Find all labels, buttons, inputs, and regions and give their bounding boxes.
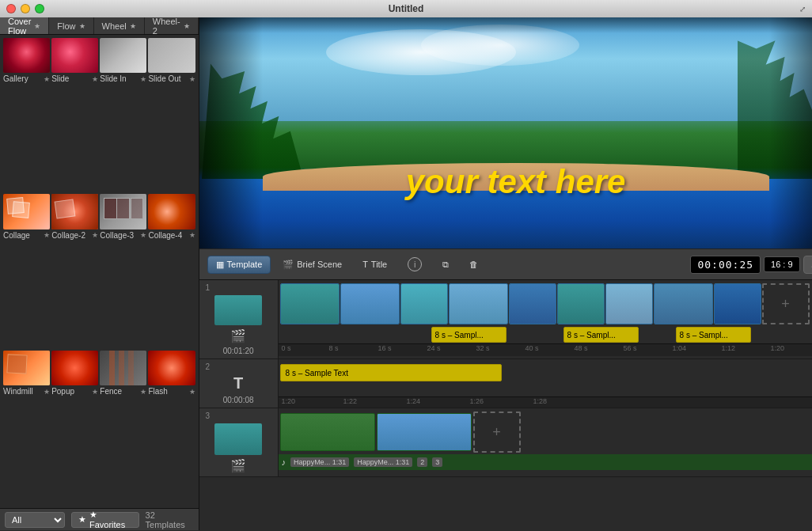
text-clip-2[interactable]: 8 s – Sampl...	[563, 327, 639, 343]
minimize-button[interactable]	[21, 4, 30, 13]
brief-scene-icon: 🎬	[283, 260, 294, 270]
star-slide-in[interactable]: ★	[140, 75, 146, 83]
aspect-ratio-button[interactable]: 16 : 9	[764, 256, 800, 272]
star-windmill[interactable]: ★	[44, 388, 50, 396]
tab-wheel2-label: Wheel-2	[153, 17, 180, 36]
star-collage3[interactable]: ★	[140, 231, 146, 239]
label-windmill: Windmill ★	[3, 385, 50, 397]
template-collage[interactable]: Collage ★	[3, 194, 50, 348]
music-note-icon: ♪	[282, 457, 286, 467]
template-collage2[interactable]: Collage-2 ★	[51, 194, 98, 348]
templates-count: 32 Templates	[146, 510, 194, 529]
expand-icon[interactable]: ⤢	[799, 5, 806, 13]
ruler-mark: 1:22	[343, 397, 407, 408]
filter-bar: All Favorites Recent ★ ★ Favorites 32 Te…	[0, 508, 199, 530]
label-collage2: Collage-2 ★	[51, 229, 98, 241]
ruler-mark: 1:12	[722, 344, 771, 356]
tab-wheel[interactable]: Wheel ★	[94, 17, 145, 34]
track-3-thumb	[214, 423, 262, 455]
tab-cover-flow[interactable]: Cover Flow ★	[0, 17, 49, 34]
thumb-popup	[51, 351, 98, 385]
maximize-button[interactable]	[35, 4, 44, 13]
ruler-mark: 40 s	[526, 344, 575, 356]
template-slide[interactable]: Slide ★	[51, 38, 98, 192]
export-button[interactable]: ↗	[803, 256, 812, 274]
star-fence[interactable]: ★	[140, 388, 146, 396]
video-clip[interactable]	[509, 283, 556, 324]
text-clip-3[interactable]: 8 s – Sampl...	[676, 327, 751, 343]
video-clip[interactable]	[340, 283, 400, 324]
track-1-header: 1 🎬 00:01:20	[199, 280, 279, 358]
label-collage3: Collage-3 ★	[100, 229, 146, 241]
star-collage[interactable]: ★	[44, 231, 50, 239]
tab-star-icon: ★	[34, 22, 40, 30]
duplicate-button[interactable]: ⧉	[434, 256, 457, 274]
star-popup[interactable]: ★	[92, 388, 98, 396]
track-2-number: 2	[203, 362, 211, 371]
preview-image	[199, 17, 812, 248]
music-clip-1[interactable]	[280, 413, 375, 451]
close-button[interactable]	[6, 4, 16, 13]
ruler-mark: 48 s	[575, 344, 624, 356]
label-slide: Slide ★	[51, 73, 98, 85]
template-slide-out[interactable]: Slide Out ★	[148, 38, 195, 192]
video-clip[interactable]	[400, 283, 448, 324]
star-gallery[interactable]: ★	[44, 75, 50, 83]
template-button[interactable]: ▦ Template	[207, 256, 271, 274]
star-collage2[interactable]: ★	[92, 231, 98, 239]
video-clip[interactable]	[714, 283, 761, 324]
star-collage4[interactable]: ★	[189, 231, 195, 239]
add-music-button[interactable]: +	[473, 412, 521, 453]
thumb-flash	[148, 351, 195, 385]
template-flash[interactable]: Flash ★	[148, 351, 195, 505]
track-2-header: 2 T 00:00:08	[199, 359, 279, 408]
label-collage: Collage ★	[3, 229, 50, 241]
long-text-clip[interactable]: 8 s – Sample Text	[280, 364, 502, 381]
text-clip-1[interactable]: 8 s – Sampl...	[431, 327, 507, 343]
brief-scene-button[interactable]: 🎬 Brief Scene	[274, 256, 351, 274]
template-popup[interactable]: Popup ★	[51, 351, 98, 505]
video-clip[interactable]	[280, 283, 340, 324]
video-track-icon: 🎬	[230, 328, 246, 343]
title-bar: Untitled ⤢	[0, 0, 812, 17]
toolbar: ▦ Template 🎬 Brief Scene T Title i ⧉ 🗑 0…	[199, 248, 812, 280]
tab-wheel2[interactable]: Wheel-2 ★	[145, 17, 199, 34]
preview-left-vignette	[199, 17, 263, 248]
music-clip-2[interactable]	[377, 413, 472, 451]
template-windmill[interactable]: Windmill ★	[3, 351, 50, 505]
track-2-time: 00:00:08	[223, 396, 254, 404]
video-clip[interactable]	[605, 283, 653, 324]
badge-2: 2	[417, 457, 427, 467]
template-collage4[interactable]: Collage-4 ★	[148, 194, 195, 348]
title-button[interactable]: T Title	[354, 256, 396, 273]
favorites-button[interactable]: ★ ★ Favorites	[71, 512, 139, 528]
star-slide-out[interactable]: ★	[189, 75, 195, 83]
star-flash[interactable]: ★	[189, 388, 195, 396]
track-2-ruler: 1:20 1:22 1:24 1:26 1:28	[279, 396, 812, 408]
thumb-collage2	[51, 194, 98, 229]
music-label-1: HappyMe... 1:31	[290, 457, 349, 467]
add-clip-button[interactable]: +	[762, 283, 810, 324]
thumb-slide-out	[148, 38, 195, 73]
trash-icon: 🗑	[469, 260, 478, 269]
star-slide[interactable]: ★	[92, 75, 98, 83]
video-clip[interactable]	[449, 283, 508, 324]
template-fence[interactable]: Fence ★	[100, 351, 146, 505]
tab-cover-flow-label: Cover Flow	[8, 17, 31, 36]
template-slide-in[interactable]: Slide In ★	[100, 38, 146, 192]
delete-button[interactable]: 🗑	[461, 256, 487, 273]
template-gallery[interactable]: Gallery ★	[3, 38, 50, 192]
tab-flow[interactable]: Flow ★	[49, 17, 93, 34]
template-collage3[interactable]: Collage-3 ★	[100, 194, 146, 348]
info-button[interactable]: i	[399, 253, 431, 275]
video-clip[interactable]	[557, 283, 605, 324]
thumb-gallery	[3, 38, 50, 73]
label-fence: Fence ★	[100, 385, 146, 397]
filter-select[interactable]: All Favorites Recent	[5, 512, 65, 528]
window-controls[interactable]	[6, 4, 44, 13]
video-clip[interactable]	[654, 283, 713, 324]
tabs-row: Cover Flow ★ Flow ★ Wheel ★ Wheel-2 ★	[0, 17, 199, 35]
timeline: 1 🎬 00:01:20	[199, 280, 812, 530]
ruler-mark: 1:24	[407, 397, 470, 408]
tab-wheel-star: ★	[130, 22, 136, 30]
